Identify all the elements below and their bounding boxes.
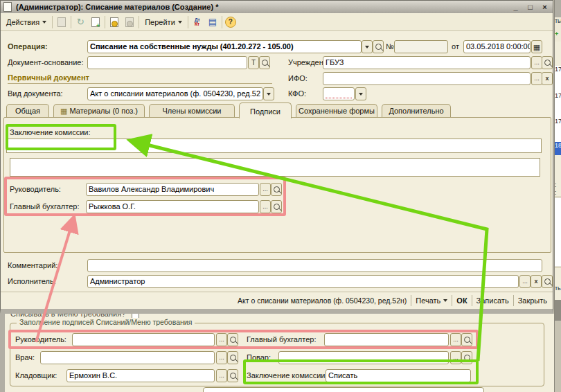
dropdown-icon — [443, 299, 447, 302]
lookup-button[interactable] — [259, 56, 270, 69]
choose-button[interactable]: ... — [450, 351, 461, 364]
fill-from-basis-icon[interactable] — [55, 16, 68, 28]
institution-field[interactable]: ГБУЗ — [323, 56, 531, 69]
refresh-icon[interactable]: ↻ — [74, 16, 87, 28]
lookup-button[interactable] — [542, 56, 553, 69]
lookup-button[interactable] — [271, 200, 282, 213]
toolbar: Действия ↻ + Перейти ДтКт ▤ ? — [1, 13, 553, 31]
document-report-icon[interactable]: ▤ — [206, 16, 219, 28]
print-form-button[interactable]: Акт о списании материалов (ф. 0504230, р… — [238, 296, 407, 305]
head-field[interactable] — [72, 333, 215, 346]
kfo-field[interactable] — [323, 87, 355, 100]
tab-signatures[interactable]: Подписи — [239, 103, 292, 118]
operation-label: Операция: — [8, 42, 48, 51]
actions-menu-button[interactable]: Действия — [3, 17, 49, 28]
print-button[interactable]: Печать — [416, 296, 447, 305]
magnifier-icon — [262, 60, 268, 66]
list-row[interactable] — [555, 78, 561, 92]
tab-saved-forms[interactable]: Сохраненные формы — [296, 104, 377, 117]
conclusion-label: Заключение комиссии: — [10, 128, 90, 136]
post-document-icon[interactable] — [108, 16, 121, 28]
list-row[interactable] — [555, 103, 561, 118]
choose-button[interactable]: ... — [519, 275, 531, 288]
list-row-selected[interactable]: 18 — [555, 142, 561, 155]
conclusion-textarea[interactable] — [10, 158, 540, 177]
tab-additional[interactable]: Дополнительно — [382, 104, 451, 117]
choose-button[interactable]: ... — [216, 351, 227, 364]
choose-button[interactable]: ... — [216, 333, 227, 346]
doc-kind-combo[interactable]: Акт о списании материалов (ф. 0504230, р… — [87, 87, 263, 100]
chief-accountant-field[interactable]: Рыжкова О.Г. — [86, 200, 259, 213]
lookup-button[interactable] — [373, 40, 384, 53]
choose-button[interactable]: ... — [450, 333, 461, 346]
close-button[interactable]: × — [540, 3, 550, 11]
dropdown-icon — [359, 93, 363, 96]
clear-button[interactable]: x — [542, 72, 553, 85]
list-row[interactable]: 17 — [555, 66, 561, 78]
chief-accountant-label: Главный бухгалтер: — [247, 335, 316, 344]
magnifier-icon — [464, 337, 470, 343]
basis-field[interactable] — [87, 56, 247, 69]
lookup-button[interactable] — [461, 333, 472, 346]
lookup-button[interactable] — [227, 333, 238, 346]
background-button-fragment[interactable]: ть — [555, 277, 561, 300]
lookup-button[interactable] — [461, 351, 472, 364]
chief-accountant-field[interactable] — [324, 333, 449, 346]
maximize-button[interactable]: □ — [525, 3, 535, 11]
lookup-button[interactable] — [542, 275, 553, 288]
choose-button[interactable]: ... — [216, 369, 227, 382]
choose-button[interactable]: ... — [260, 183, 271, 196]
document-window: (Администратор): Списание материалов (Со… — [0, 0, 553, 314]
list-row[interactable] — [555, 127, 561, 142]
dropdown-button[interactable] — [362, 40, 373, 53]
ifo-field[interactable] — [323, 72, 531, 85]
dt-kt-postings-icon[interactable]: ДтКт — [191, 16, 204, 28]
desktop-fragment — [555, 321, 561, 392]
dropdown-icon — [178, 21, 182, 24]
conclusion-field[interactable] — [6, 139, 542, 153]
lookup-button[interactable] — [227, 369, 238, 382]
head-field[interactable]: Вавилов Александр Владимирович — [86, 183, 259, 196]
unpost-document-icon[interactable] — [123, 16, 136, 28]
list-row[interactable]: 17 — [555, 118, 561, 127]
magnifier-icon — [464, 355, 470, 361]
tab-materials[interactable]: ▦ Материалы (0 поз.) — [53, 104, 145, 117]
doctor-field[interactable] — [40, 351, 215, 364]
dropdown-button[interactable] — [263, 87, 274, 100]
tab-general[interactable]: Общая — [6, 104, 49, 117]
calendar-button[interactable]: ▦ — [531, 40, 542, 53]
choose-button[interactable]: ... — [260, 200, 271, 213]
list-row[interactable]: 17 — [555, 92, 561, 103]
partial-field — [203, 387, 484, 392]
choose-button[interactable]: ... — [531, 72, 542, 85]
operation-combo[interactable]: Списание на собственные нужды (401.20.27… — [87, 40, 362, 53]
cook-field[interactable] — [278, 351, 449, 364]
basis-label: Документ-основание: — [8, 58, 84, 66]
dropdown-button[interactable] — [355, 87, 366, 100]
executor-field[interactable]: Администратор — [87, 275, 519, 288]
date-field[interactable]: 03.05.2018 0:00:00 — [463, 40, 531, 53]
lookup-button[interactable] — [271, 183, 282, 196]
help-icon[interactable]: ? — [225, 17, 236, 28]
choose-button[interactable]: ... — [531, 56, 542, 69]
minimize-button[interactable]: _ — [510, 3, 521, 11]
clear-button[interactable]: x — [531, 275, 542, 288]
tab-commission-members[interactable]: Члены комиссии — [149, 104, 235, 117]
conclusion-field[interactable]: Списать — [326, 369, 471, 382]
ok-button[interactable]: ОК — [456, 296, 467, 305]
add-icon[interactable]: + — [555, 30, 561, 42]
copy-icon[interactable]: + — [89, 16, 102, 28]
type-button[interactable]: Т — [248, 56, 259, 69]
toolbar-separator — [71, 16, 71, 28]
storekeeper-field[interactable]: Ермохин В.С. — [66, 369, 215, 382]
save-button[interactable]: Записать — [477, 296, 509, 305]
comment-field[interactable] — [87, 259, 542, 272]
lookup-button-fragment[interactable] — [555, 267, 561, 278]
goto-menu-button[interactable]: Перейти — [142, 17, 185, 28]
actionbar-separator — [1, 292, 553, 292]
lookup-button[interactable] — [227, 351, 238, 364]
close-form-button[interactable]: Закрыть — [518, 296, 547, 305]
window-titlebar[interactable]: (Администратор): Списание материалов (Со… — [1, 1, 553, 13]
magnifier-icon — [375, 44, 382, 50]
number-field[interactable] — [394, 40, 448, 53]
